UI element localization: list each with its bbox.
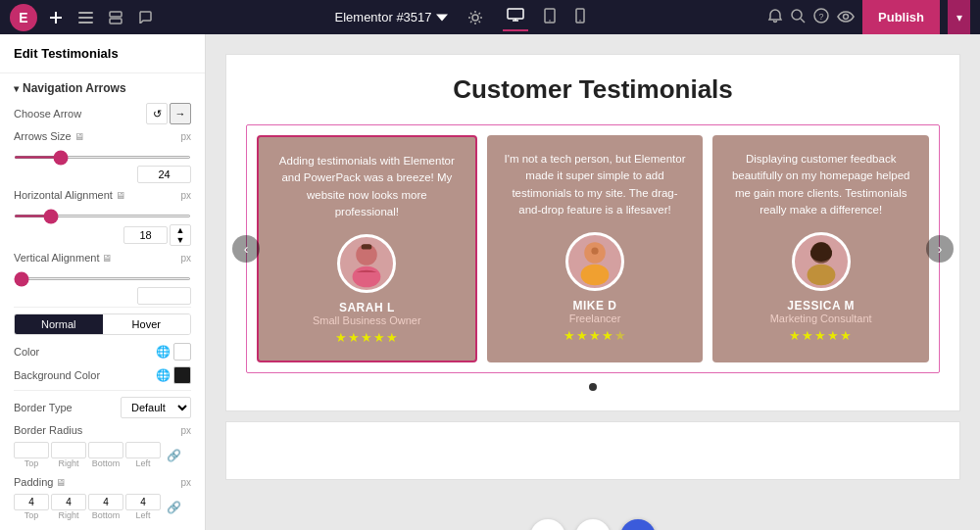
svg-rect-5 — [110, 12, 122, 17]
testimonial-name-3: JESSICA M — [787, 299, 855, 313]
padding-inputs-row: Top Right Bottom Left 🔗 — [14, 494, 191, 520]
svg-point-25 — [591, 248, 598, 255]
svg-point-15 — [792, 10, 802, 20]
svg-point-19 — [844, 15, 849, 20]
section-wrapper[interactable]: Customer Testimonials Adding testimonial… — [225, 54, 960, 411]
vertical-alignment-input[interactable] — [137, 287, 191, 305]
svg-rect-8 — [508, 9, 523, 19]
tab-normal[interactable]: Normal — [15, 314, 103, 334]
avatar-svg-2 — [568, 235, 621, 288]
br-right-label: Right — [51, 458, 86, 468]
state-tabs: Normal Hover — [14, 313, 191, 335]
layers-button[interactable] — [74, 8, 97, 27]
mobile-icon[interactable] — [571, 4, 589, 31]
add-element-button[interactable] — [530, 519, 565, 530]
arrows-size-input[interactable]: 24 — [137, 166, 191, 183]
empty-section[interactable] — [225, 421, 960, 480]
padding-px: px — [180, 477, 191, 488]
border-radius-link-icon[interactable]: 🔗 — [167, 449, 181, 462]
svg-rect-3 — [78, 17, 93, 19]
border-type-select[interactable]: Default Solid Dashed Dotted None — [121, 397, 191, 418]
border-radius-right[interactable] — [51, 442, 86, 458]
vertical-alignment-row: Vertical Alignment 🖥 px — [14, 252, 191, 264]
add-button[interactable] — [45, 7, 67, 28]
tablet-icon[interactable] — [540, 4, 560, 31]
svg-point-24 — [581, 265, 610, 286]
testimonial-name-1: SARAH L — [339, 301, 395, 314]
padding-top[interactable] — [14, 494, 49, 510]
testimonial-card-2[interactable]: I'm not a tech person, but Elementor mad… — [487, 135, 704, 362]
stack-button[interactable] — [105, 7, 126, 28]
horizontal-alignment-input[interactable] — [123, 226, 168, 244]
testimonial-quote-1: Adding testimonials with Elementor and P… — [274, 153, 460, 220]
padding-right[interactable] — [51, 494, 86, 510]
nav-arrow-left[interactable]: ‹ — [232, 235, 260, 263]
arrows-size-slider[interactable] — [14, 156, 191, 159]
border-radius-label: Border Radius — [14, 424, 82, 436]
color-label: Color — [14, 346, 39, 358]
svg-line-16 — [801, 19, 805, 23]
horizontal-alignment-slider[interactable] — [14, 215, 191, 217]
sidebar: Edit Testimonials Navigation Arrows Choo… — [0, 34, 206, 530]
desktop-icon[interactable] — [503, 4, 528, 31]
padding-label: Padding 🖥 — [14, 476, 66, 488]
chat-button[interactable] — [134, 7, 156, 27]
search-icon[interactable] — [791, 9, 806, 26]
publish-dropdown-button[interactable]: ▾ — [948, 0, 970, 34]
h-alignment-up[interactable]: ▲▼ — [170, 224, 191, 246]
vertical-alignment-slider[interactable] — [14, 277, 191, 280]
dot-1[interactable] — [589, 383, 597, 391]
avatar-1 — [337, 234, 396, 293]
color-globe-icon[interactable]: 🌐 — [156, 345, 171, 359]
horizontal-alignment-label: Horizontal Alignment 🖥 — [14, 189, 125, 201]
arrow-option-1[interactable]: ↺ — [146, 103, 168, 124]
avatar-2 — [565, 232, 624, 291]
bg-color-globe-icon[interactable]: 🌐 — [156, 368, 171, 382]
pad-bottom: Bottom — [88, 494, 123, 520]
vertical-alignment-label: Vertical Alignment 🖥 — [14, 252, 112, 264]
settings-icon-button[interactable] — [464, 6, 487, 29]
padding-left[interactable] — [125, 494, 161, 510]
v-alignment-slider-container — [14, 269, 191, 283]
border-radius-top[interactable] — [14, 442, 49, 458]
avatar-svg-3 — [795, 235, 848, 288]
padding-bottom[interactable] — [88, 494, 123, 510]
notifications-icon[interactable] — [767, 8, 783, 26]
padding-link-icon[interactable]: 🔗 — [167, 501, 181, 514]
testimonial-card-3[interactable]: Displaying customer feedback beautifully… — [712, 135, 929, 362]
arrow-option-2[interactable]: → — [170, 103, 191, 124]
main-layout: Edit Testimonials Navigation Arrows Choo… — [0, 34, 980, 530]
svg-text:?: ? — [819, 12, 824, 22]
testimonial-card-1[interactable]: Adding testimonials with Elementor and P… — [257, 135, 477, 362]
eye-icon[interactable] — [837, 9, 855, 25]
testimonial-role-3: Marketing Consultant — [770, 313, 872, 324]
help-icon[interactable]: ? — [813, 8, 829, 26]
document-title[interactable]: Elementor #3517 — [335, 10, 448, 24]
choose-arrow-inputs: ↺ → — [146, 103, 191, 124]
svg-point-27 — [807, 265, 835, 286]
sidebar-title: Edit Testimonials — [0, 34, 205, 73]
nav-arrow-right[interactable]: › — [926, 235, 954, 263]
avatar-svg-1 — [340, 237, 393, 290]
svg-rect-6 — [110, 19, 122, 24]
publish-button[interactable]: Publish — [862, 0, 940, 34]
border-radius-bottom[interactable] — [88, 442, 123, 458]
divider-1 — [14, 307, 191, 308]
navigation-arrows-heading[interactable]: Navigation Arrows — [14, 81, 191, 95]
elementor-logo[interactable]: E — [10, 4, 37, 31]
testimonial-role-2: Freelancer — [569, 313, 621, 324]
testimonial-stars-1: ★★★★★ — [335, 330, 399, 345]
pad-left: Left — [125, 494, 161, 520]
tab-hover[interactable]: Hover — [103, 314, 191, 334]
bg-color-row: Background Color 🌐 — [14, 366, 191, 384]
pad-top-label: Top — [14, 510, 49, 520]
testimonial-stars-2: ★★★★★ — [564, 328, 627, 343]
canvas: Customer Testimonials Adding testimonial… — [206, 34, 980, 530]
bg-color-swatch[interactable] — [173, 366, 191, 384]
power-button[interactable] — [620, 519, 656, 530]
folder-button[interactable] — [575, 519, 611, 530]
padding-row-header: Padding 🖥 px — [14, 476, 191, 488]
border-radius-left[interactable] — [125, 442, 161, 458]
color-swatch[interactable] — [173, 343, 191, 361]
topbar-right: ? — [767, 8, 855, 26]
